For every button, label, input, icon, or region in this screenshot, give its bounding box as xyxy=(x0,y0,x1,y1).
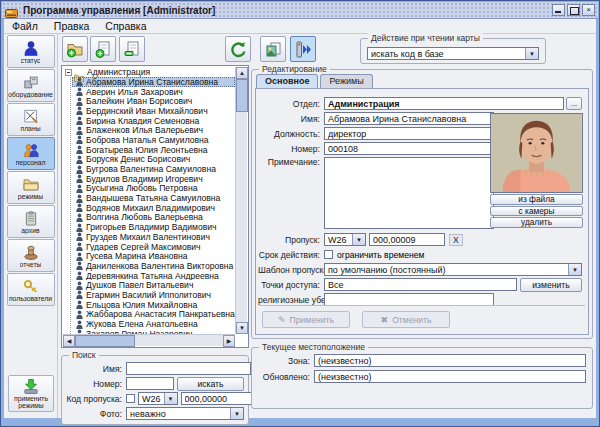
religion-label: религиозные убе... xyxy=(258,295,324,305)
copy-card-button[interactable] xyxy=(260,36,286,62)
scroll-down-icon[interactable]: ▼ xyxy=(236,322,248,334)
tree-item-person[interactable]: Деревянкина Татьяна Андреевна xyxy=(72,271,235,281)
add-person-button[interactable] xyxy=(90,36,116,62)
person-icon xyxy=(76,77,83,86)
tree-item-person[interactable]: Бирина Клавдия Семеновна xyxy=(72,116,235,126)
person-icon xyxy=(76,145,83,154)
tree-item-person[interactable]: Даниленкова Валентина Викторовна xyxy=(72,261,235,271)
position-input[interactable] xyxy=(324,127,494,140)
pass-code-input[interactable] xyxy=(369,233,445,246)
tree-item-person[interactable]: Богатырева Юлия Леонтьевна xyxy=(72,145,235,155)
apply-modes-button[interactable]: применить режимы xyxy=(8,375,54,412)
tree-vertical-scrollbar[interactable]: ▲ ▼ xyxy=(235,67,247,334)
scroll-up-icon[interactable]: ▲ xyxy=(236,67,248,79)
photo-delete-button[interactable]: удалить xyxy=(490,217,583,228)
tree-item-person[interactable]: Григорьев Владимир Вадимович xyxy=(72,222,235,232)
search-code-format-select[interactable]: W26 ▼ xyxy=(138,392,178,405)
search-code-checkbox[interactable] xyxy=(126,394,135,403)
tree-item-person[interactable]: Борусяк Денис Борисович xyxy=(72,155,235,165)
tree-item-person[interactable]: Бердинский Иван Михайлович xyxy=(72,106,235,116)
cancel-button[interactable]: ✖ Отменить xyxy=(362,311,450,328)
title-bar[interactable]: Программа управления [Administrator] × xyxy=(2,2,598,19)
menu-file[interactable]: Файл xyxy=(4,20,46,32)
chevron-down-icon[interactable]: ▼ xyxy=(568,264,581,275)
search-photo-value: неважно xyxy=(127,408,230,419)
tree-item-person[interactable]: Гусева Марина Ивановна xyxy=(72,251,235,261)
tree-item-person[interactable]: Блаженков Илья Валерьевич xyxy=(72,125,235,135)
tree-item-person[interactable]: Гударев Сергей Максимович xyxy=(72,242,235,252)
sidebar-item-personnel[interactable]: персонал xyxy=(7,137,55,170)
pass-clear-button[interactable]: X xyxy=(449,234,463,246)
tree-item-person[interactable]: Волгина Любовь Валерьевна xyxy=(72,213,235,223)
scroll-right-icon[interactable]: ▶ xyxy=(223,335,235,347)
chevron-down-icon[interactable]: ▼ xyxy=(164,393,177,404)
tree-item-person[interactable]: Аверин Илья Захарович xyxy=(72,87,235,97)
sidebar-item-reports[interactable]: отчеты xyxy=(7,239,55,272)
menu-edit[interactable]: Правка xyxy=(46,20,97,32)
scrollbar-thumb[interactable] xyxy=(236,79,248,112)
sidebar-item-users[interactable]: пользователи xyxy=(7,273,55,306)
template-select[interactable]: по умолчанию (постоянный) ▼ xyxy=(324,263,582,276)
sidebar-item-equipment[interactable]: оборудование xyxy=(7,69,55,102)
sidebar-label: оборудование xyxy=(8,91,53,98)
tree-item-person[interactable]: Груздев Михаил Валентинович xyxy=(72,232,235,242)
person-icon xyxy=(76,116,83,125)
tree-item-person[interactable]: Балейкин Иван Борисович xyxy=(72,96,235,106)
scroll-left-icon[interactable]: ◀ xyxy=(63,335,75,347)
tab-modes[interactable]: Режимы xyxy=(320,74,372,88)
tree-collapse-icon[interactable] xyxy=(65,69,72,76)
tree-item-person[interactable]: Будилов Владимир Игоревич xyxy=(72,174,235,184)
tree-item-person[interactable]: Боброва Наталья Самуиловна xyxy=(72,135,235,145)
maximize-icon[interactable] xyxy=(567,4,580,16)
note-textarea[interactable] xyxy=(324,157,494,229)
tree-item-person[interactable]: Вандышева Татьяна Самуиловна xyxy=(72,193,235,203)
scrollbar-thumb[interactable] xyxy=(75,335,135,347)
tab-main[interactable]: Основное xyxy=(256,74,318,88)
sidebar-item-plans[interactable]: планы xyxy=(7,103,55,136)
sidebar-item-modes[interactable]: режимы xyxy=(7,171,55,204)
chevron-down-icon[interactable]: ▼ xyxy=(352,234,365,245)
person-name: Груздев Михаил Валентинович xyxy=(86,232,210,242)
plans-icon xyxy=(22,108,40,125)
tree-horizontal-scrollbar[interactable]: ◀ ▶ xyxy=(63,334,235,346)
minimize-icon[interactable] xyxy=(552,4,565,16)
tree-item-person[interactable]: Душков Павел Витальевич xyxy=(72,280,235,290)
template-value: по умолчанию (постоянный) xyxy=(325,264,568,275)
apply-button[interactable]: ✎ Применить xyxy=(262,311,350,328)
search-photo-select[interactable]: неважно ▼ xyxy=(126,407,244,420)
tree-item-person[interactable]: Ельцова Юлия Михайловна xyxy=(72,300,235,310)
tree-item-person[interactable]: Жукова Елена Анатольевна xyxy=(72,319,235,329)
tree-root-department[interactable]: Администрация xyxy=(63,67,235,77)
department-more-button[interactable]: ... xyxy=(566,97,582,110)
name-input[interactable] xyxy=(324,112,494,125)
search-name-input[interactable] xyxy=(126,362,251,375)
menu-help[interactable]: Справка xyxy=(97,20,154,32)
sidebar-item-status[interactable]: статус xyxy=(7,35,55,68)
tree-item-person[interactable]: Бусыгина Любовь Петровна xyxy=(72,184,235,194)
card-action-select[interactable]: искать код в базе ▼ xyxy=(367,47,539,60)
number-input[interactable] xyxy=(324,142,494,155)
remove-button[interactable] xyxy=(119,36,145,62)
chevron-down-icon[interactable]: ▼ xyxy=(525,48,538,59)
scrollbar-track[interactable] xyxy=(135,335,223,346)
reader-button[interactable] xyxy=(290,36,316,62)
photo-from-camera-button[interactable]: с камеры xyxy=(490,206,583,217)
tree-item-person[interactable]: Водянов Михаил Владимирович xyxy=(72,203,235,213)
tree-item-person[interactable]: Бугрова Валентина Самуиловна xyxy=(72,164,235,174)
tree-item-person[interactable]: Егармин Василий Ипполитович xyxy=(72,290,235,300)
search-number-input[interactable] xyxy=(126,377,174,390)
pass-format-select[interactable]: W26 ▼ xyxy=(324,233,366,246)
close-icon[interactable]: × xyxy=(582,4,595,16)
tree-item-person[interactable]: Абрамова Ирина Станиславовна xyxy=(72,77,235,87)
photo-from-file-button[interactable]: из файла xyxy=(490,194,583,205)
sidebar-item-archive[interactable]: архив xyxy=(7,205,55,238)
validity-checkbox[interactable] xyxy=(324,250,333,259)
add-department-button[interactable] xyxy=(62,36,88,62)
refresh-button[interactable] xyxy=(225,36,251,62)
search-number-label: Номер: xyxy=(64,379,126,389)
search-button[interactable]: искать xyxy=(177,377,244,391)
department-field[interactable]: Администрация xyxy=(324,97,564,110)
access-change-button[interactable]: изменить xyxy=(520,278,582,292)
chevron-down-icon[interactable]: ▼ xyxy=(230,408,243,419)
tree-item-person[interactable]: Жаббарова Анастасия Панкратьевна xyxy=(72,310,235,320)
